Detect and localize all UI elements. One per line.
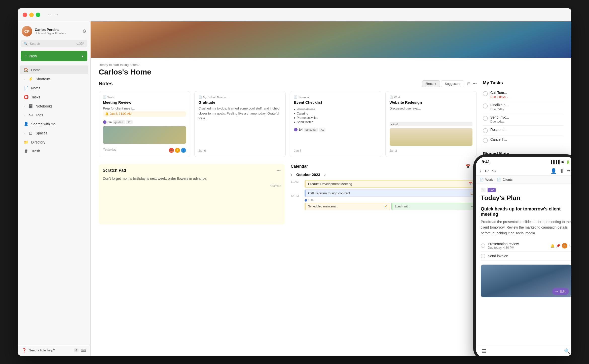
sidebar-item-tags[interactable]: › 🏷 Tags — [20, 111, 88, 119]
search-icon[interactable]: 🔍 — [564, 348, 570, 354]
bell-icon: 🔔 — [105, 112, 109, 116]
directory-icon: 📁 — [24, 140, 29, 144]
notebook-name: Work — [394, 96, 400, 99]
progress-text: 3/4 — [107, 120, 112, 124]
sidebar-item-trash[interactable]: 🗑 Trash — [20, 147, 88, 155]
task-checkbox[interactable] — [483, 91, 488, 96]
cal-event-product-dev[interactable]: Product Development Meeting 📅+ — [305, 180, 477, 188]
mobile-task-list: Presentation review Due today, 4:30 PM 🔔… — [481, 240, 571, 261]
cal-next-btn[interactable]: › — [324, 172, 326, 177]
garden-tag: garden — [113, 120, 125, 124]
notes-section-header: Notes Recent Suggested ⊞ ••• — [99, 80, 477, 87]
more-options-icon[interactable]: ••• — [472, 82, 477, 86]
sidebar-item-label: Shared with me — [31, 122, 56, 126]
chevron-down-icon: ▾ — [82, 54, 83, 58]
calendar-month: October 2023 — [296, 172, 320, 177]
tab-recent[interactable]: Recent — [422, 80, 440, 87]
help-text[interactable]: Need a little help? — [29, 348, 72, 352]
note-card-meeting-review[interactable]: 📄 Work Meeting Review Prep for client me… — [99, 91, 190, 157]
task-info: Send invoice — [488, 254, 571, 258]
new-button[interactable]: + New ▾ — [21, 51, 87, 61]
task-due: Due today, 4:30 PM — [488, 246, 548, 249]
sidebar-item-spaces[interactable]: › ◻ Spaces — [20, 129, 88, 137]
maximize-button[interactable] — [36, 13, 40, 17]
user-icon: 👤 — [181, 148, 186, 153]
gear-icon[interactable]: ⚙ — [82, 28, 86, 34]
event-name: Scheduled maintena... — [308, 205, 338, 208]
minimize-button[interactable] — [29, 13, 34, 17]
sidebar-item-tasks[interactable]: ⭕ Tasks — [20, 93, 88, 101]
plus-icon: + — [25, 53, 27, 59]
title-bar: ← → — [18, 8, 571, 21]
reminder-text: Jan 8, 11:00 AM — [110, 112, 132, 116]
time-label-12pm: 12 PM — [291, 194, 299, 197]
home-title: Carlos's Home — [99, 68, 563, 76]
undo-button[interactable]: ↩ — [485, 168, 489, 174]
cal-event-lunch[interactable]: Lunch wit... ••• — [391, 203, 477, 210]
share-icon[interactable]: ⬆ — [560, 168, 564, 174]
calendar-add-icon[interactable]: 📅 — [465, 164, 470, 169]
sidebar-item-label: Notes — [31, 86, 41, 90]
new-button-label: New — [29, 54, 37, 58]
note-card-gratitude[interactable]: 📄 My Default Notebo... Gratitude Crushed… — [194, 91, 286, 157]
sidebar-item-notes[interactable]: 📄 Notes — [20, 84, 88, 92]
user-icon[interactable]: 👤 — [550, 168, 557, 174]
calendar-title: Calendar — [291, 164, 465, 169]
cal-event-scheduled[interactable]: Scheduled maintena... 📝 — [305, 203, 390, 210]
more-icon[interactable]: ••• — [567, 168, 571, 174]
cal-event-katerina[interactable]: Call Katerina to sign contract 📋 — [305, 190, 477, 197]
note-card-event-checklist[interactable]: 📄 Personal Event Checklist Venue details — [290, 91, 381, 157]
help-icon: ❓ — [22, 348, 27, 353]
sidebar-item-shared[interactable]: 👤 Shared with me — [20, 120, 88, 128]
task-due: Due 2 days... — [490, 95, 508, 99]
grid-view-icon[interactable]: ⊞ — [467, 81, 470, 86]
back-button[interactable]: ‹ — [480, 168, 482, 174]
note-meta: Jan 5 — [294, 146, 377, 153]
task-content: Respond... — [490, 128, 507, 132]
bc-chevron: › — [494, 178, 495, 181]
sidebar-item-home[interactable]: 🏠 Home — [20, 65, 88, 74]
bc-clients[interactable]: Clients — [502, 178, 512, 181]
task-text: Presentation review — [488, 242, 548, 246]
back-arrow[interactable]: ← — [47, 12, 52, 17]
notebook-icon: 📄 — [390, 95, 393, 99]
task-checkbox[interactable] — [481, 254, 485, 258]
sidebar-item-notebooks[interactable]: › 📓 Notebooks — [20, 102, 88, 111]
edit-button[interactable]: ✏ Edit — [552, 288, 569, 295]
note-thumbnail — [390, 128, 473, 146]
scratch-header: Scratch Pad ••• — [103, 168, 281, 173]
sidebar-item-shortcuts[interactable]: › ⚡ Shortcuts — [20, 75, 88, 83]
forward-arrow[interactable]: → — [54, 12, 59, 17]
redo-button[interactable]: ↪ — [492, 168, 496, 174]
task-checkbox[interactable] — [483, 128, 488, 133]
task-checkbox[interactable] — [483, 116, 488, 121]
mobile-overlay: 9:41 ▐▐▐▐ ⌘ 🔋 ‹ ↩ ↪ 👤 ⬆ ••• 📄 Work › 📄 C — [473, 154, 571, 356]
notes-section-title: Notes — [99, 81, 113, 87]
sidebar-item-directory[interactable]: 📁 Directory — [20, 138, 88, 147]
bc-work[interactable]: Work — [485, 178, 493, 181]
task-checkbox[interactable] — [481, 243, 485, 248]
sidebar-item-label: Home — [31, 68, 41, 72]
bullet-text: Venue details — [297, 107, 315, 111]
search-bar[interactable]: 🔍 Search ⌥⌘F — [21, 40, 87, 47]
bullet-text: Catering — [297, 112, 308, 115]
note-notebook: 📄 Personal — [294, 95, 377, 99]
note-card-website-redesign[interactable]: 📄 Work Website Redesign Discussed user e… — [385, 91, 477, 157]
scratch-more-icon[interactable]: ••• — [276, 168, 281, 173]
scratch-text[interactable]: Don't forget mom's birthday is next week… — [103, 176, 281, 181]
calendar-section: Calendar 📅 ••• ‹ October 2023 › — [291, 164, 477, 225]
mobile-content: 1 0/2 Today's Plan Quick heads up for to… — [476, 184, 571, 345]
task-checkbox[interactable] — [483, 103, 488, 108]
pin-icon: 📌 — [556, 244, 560, 248]
progress-fraction: 1/4 — [299, 128, 303, 131]
user-name: Carlos Pereira — [35, 28, 80, 32]
sidebar-footer: ❓ Need a little help? 6 ⌨ — [18, 345, 90, 356]
close-button[interactable] — [23, 13, 27, 17]
notebook-icon: 📄 — [103, 95, 106, 99]
home-icon: 🏠 — [24, 67, 29, 72]
hamburger-icon[interactable]: ☰ — [482, 348, 486, 354]
task-checkbox[interactable] — [483, 138, 488, 143]
mobile-section-title: Quick heads up for tomorrow's client mee… — [481, 206, 571, 217]
tab-suggested[interactable]: Suggested — [441, 80, 464, 87]
cal-prev-btn[interactable]: ‹ — [291, 172, 292, 177]
